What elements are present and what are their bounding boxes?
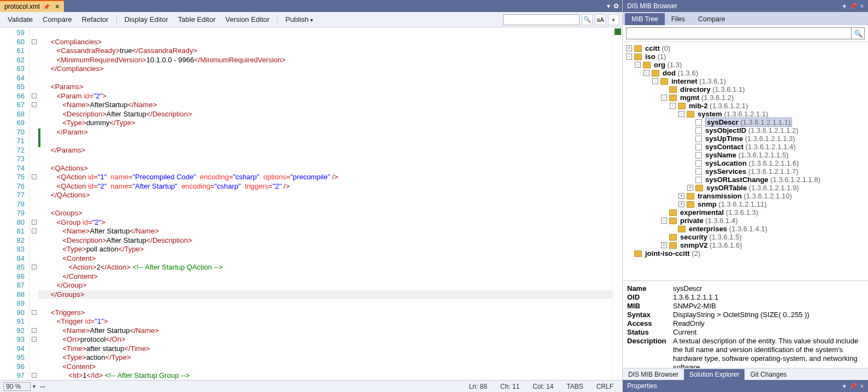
tree-node-internet[interactable]: -internet (1.3.6.1) [624, 77, 867, 85]
leaf-icon [695, 168, 702, 175]
tree-node-sysContact[interactable]: sysContact (1.3.6.1.2.1.1.4) [624, 143, 867, 151]
tree-node-transmission[interactable]: +transmission (1.3.6.1.2.1.10) [624, 192, 867, 200]
collapse-icon[interactable]: - [626, 54, 632, 60]
leaf-icon [695, 127, 702, 134]
tree-node-snmpV2[interactable]: +snmpV2 (1.3.6.1.6) [624, 241, 867, 249]
side-tab-mib-tree[interactable]: MIB Tree [625, 13, 665, 25]
toolbar-compare[interactable]: Compare [38, 14, 76, 25]
pin-icon[interactable]: 📌 [43, 4, 50, 10]
side-tab-compare[interactable]: Compare [692, 13, 731, 25]
detail-value: ReadOnly [673, 319, 864, 328]
fold-column[interactable]: ----------- [29, 27, 38, 380]
folder-icon [660, 78, 668, 85]
tree-node-sysServices[interactable]: sysServices (1.3.6.1.2.1.1.7) [624, 167, 867, 175]
match-case-icon[interactable]: aA [595, 14, 606, 25]
tree-node-ccitt[interactable]: +ccitt (0) [624, 44, 867, 52]
add-icon[interactable]: + [608, 14, 619, 25]
chevron-down-icon[interactable]: ▾ [843, 383, 846, 390]
tree-label: directory (1.3.6.1.1) [680, 85, 745, 93]
folder-icon [643, 62, 651, 68]
code-content[interactable]: <Compliancies> <CassandraReady>true</Cas… [38, 27, 612, 380]
tree-node-mib-2[interactable]: -mib-2 (1.3.6.1.2.1) [624, 102, 867, 110]
tree-node-iso[interactable]: -iso (1) [624, 52, 867, 61]
collapse-icon[interactable]: - [661, 218, 667, 224]
detail-key: Description [627, 337, 673, 368]
collapse-icon[interactable]: - [661, 95, 667, 101]
tree-node-experimental[interactable]: experimental (1.3.6.1.3) [624, 208, 867, 217]
toolbar-display-editor[interactable]: Display Editor [120, 14, 173, 25]
detail-key: Access [627, 319, 673, 328]
tool-tab-dis-mib-browser[interactable]: DIS MIB Browser [623, 369, 684, 380]
search-icon[interactable]: 🔍 [852, 27, 865, 39]
collapse-icon[interactable]: - [652, 78, 658, 84]
mib-search-input[interactable] [626, 27, 852, 39]
collapse-icon[interactable]: - [670, 103, 676, 109]
chevron-down-icon[interactable]: ▾ [33, 383, 36, 389]
document-tab[interactable]: protocol.xml 📌 × [0, 0, 64, 12]
tree-node-directory[interactable]: directory (1.3.6.1.1) [624, 85, 867, 93]
pin-icon[interactable]: 📌 [849, 383, 857, 390]
folder-icon [634, 45, 642, 52]
editor-search-input[interactable] [503, 14, 580, 25]
folder-icon [669, 209, 677, 216]
expand-icon[interactable]: + [661, 242, 667, 248]
expand-icon[interactable]: + [687, 185, 693, 191]
collapse-icon[interactable]: ↔ [39, 382, 46, 391]
folder-icon [687, 193, 694, 200]
tree-node-sysDescr[interactable]: sysDescr (1.3.6.1.2.1.1.1) [624, 118, 867, 126]
toolbar-refactor[interactable]: Refactor [77, 14, 113, 25]
tree-node-joint-iso-ccitt[interactable]: joint-iso-ccitt (2) [624, 249, 867, 258]
close-icon[interactable]: × [860, 3, 864, 10]
collapse-icon[interactable]: - [643, 70, 649, 76]
collapse-icon[interactable]: - [635, 62, 641, 68]
tree-label: transmission (1.3.6.1.2.1.10) [698, 192, 792, 200]
tree-label: sysORTable (1.3.6.1.2.1.1.9) [706, 184, 799, 192]
tree-node-sysUpTime[interactable]: sysUpTime (1.3.6.1.2.1.1.3) [624, 134, 867, 143]
folder-icon [669, 234, 677, 241]
leaf-icon [695, 160, 702, 167]
tree-label: enterprises (1.3.6.1.4.1) [689, 225, 767, 233]
collapse-icon[interactable]: - [678, 111, 684, 117]
chevron-down-icon[interactable]: ▾ [843, 3, 846, 10]
tree-label: sysName (1.3.6.1.2.1.1.5) [705, 151, 789, 159]
tree-node-org[interactable]: -org (1.3) [624, 61, 867, 69]
editor-toolbar: ValidateCompareRefactorDisplay EditorTab… [0, 12, 622, 27]
tree-node-sysObjectID[interactable]: sysObjectID (1.3.6.1.2.1.1.2) [624, 126, 867, 134]
toolbar-validate[interactable]: Validate [3, 14, 37, 25]
mib-tree[interactable]: +ccitt (0)-iso (1)-org (1.3)-dod (1.3.6)… [623, 42, 868, 280]
tree-node-dod[interactable]: -dod (1.3.6) [624, 69, 867, 77]
tree-node-sysORLastChange[interactable]: sysORLastChange (1.3.6.1.2.1.1.8) [624, 175, 867, 184]
chevron-down-icon[interactable]: ▾ [607, 2, 610, 10]
zoom-level[interactable]: 90 % [3, 382, 31, 391]
tool-tab-solution-explorer[interactable]: Solution Explorer [684, 369, 745, 380]
tree-node-security[interactable]: security (1.3.6.1.5) [624, 233, 867, 241]
toolbar-version-editor[interactable]: Version Editor [221, 14, 274, 25]
tree-label: iso (1) [645, 52, 666, 61]
toolbar-table-editor[interactable]: Table Editor [174, 14, 220, 25]
tree-node-system[interactable]: -system (1.3.6.1.2.1.1) [624, 110, 867, 118]
toolbar-publish[interactable]: Publish [281, 14, 317, 25]
tree-node-enterprises[interactable]: enterprises (1.3.6.1.4.1) [624, 225, 867, 233]
tool-window-tabs: DIS MIB BrowserSolution ExplorerGit Chan… [623, 368, 868, 380]
tree-node-snmp[interactable]: +snmp (1.3.6.1.2.1.11) [624, 200, 867, 208]
tree-node-mgmt[interactable]: -mgmt (1.3.6.1.2) [624, 93, 867, 102]
tree-label: snmp (1.3.6.1.2.1.11) [698, 200, 766, 208]
search-icon[interactable]: 🔍 [582, 14, 593, 25]
side-tab-files[interactable]: Files [665, 13, 692, 25]
tree-spacer [670, 226, 676, 232]
pin-icon[interactable]: 📌 [849, 3, 857, 10]
expand-icon[interactable]: + [626, 45, 632, 51]
code-editor[interactable]: 5960616263646566676869707172737475767778… [0, 27, 622, 380]
tool-tab-git-changes[interactable]: Git Changes [745, 369, 792, 380]
folder-icon [652, 70, 659, 77]
close-icon[interactable]: × [53, 2, 62, 11]
gear-icon[interactable]: ✿ [613, 2, 619, 10]
close-icon[interactable]: × [860, 383, 864, 390]
tree-label: sysORLastChange (1.3.6.1.2.1.1.8) [705, 175, 820, 184]
tree-node-sysLocation[interactable]: sysLocation (1.3.6.1.2.1.1.6) [624, 159, 867, 167]
tree-node-private[interactable]: -private (1.3.6.1.4) [624, 217, 867, 225]
tree-node-sysName[interactable]: sysName (1.3.6.1.2.1.1.5) [624, 151, 867, 159]
expand-icon[interactable]: + [678, 193, 684, 199]
tree-node-sysORTable[interactable]: +sysORTable (1.3.6.1.2.1.1.9) [624, 184, 867, 192]
expand-icon[interactable]: + [678, 201, 684, 207]
